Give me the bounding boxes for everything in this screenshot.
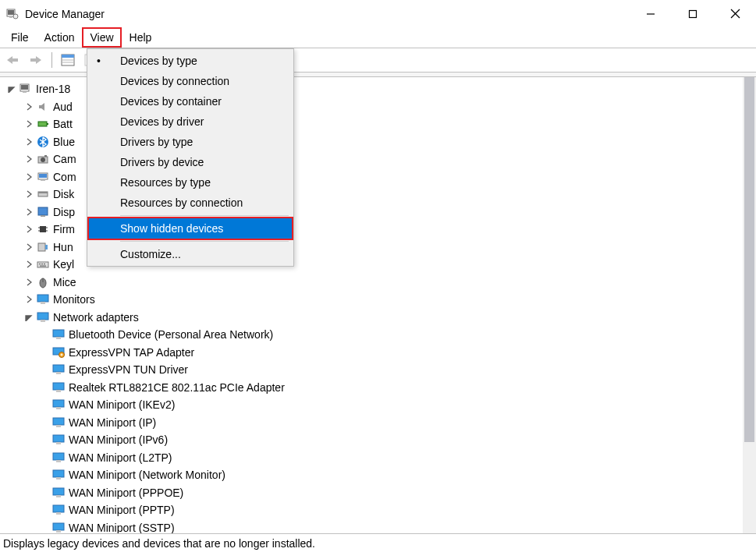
tree-leaf[interactable]: WAN Miniport (Network Monitor) bbox=[0, 466, 743, 484]
network-adapter-icon bbox=[51, 346, 66, 359]
menu-item-resources-by-connection[interactable]: Resources by connection bbox=[89, 193, 292, 213]
back-button[interactable] bbox=[3, 51, 22, 69]
window-controls bbox=[630, 0, 756, 27]
maximize-button[interactable] bbox=[672, 0, 714, 27]
menu-item-label: Devices by connection bbox=[119, 75, 292, 87]
svg-rect-56 bbox=[53, 365, 64, 372]
tree-node-label: Com bbox=[53, 168, 76, 186]
svg-rect-82 bbox=[56, 512, 61, 515]
tree-leaf[interactable]: WAN Miniport (SSTP) bbox=[0, 519, 743, 534]
menu-action[interactable]: Action bbox=[37, 27, 83, 48]
menu-item-resources-by-type[interactable]: Resources by type bbox=[89, 172, 292, 193]
menu-item-label: Drivers by device bbox=[119, 156, 292, 168]
expand-icon[interactable] bbox=[23, 277, 34, 288]
tree-leaf[interactable]: Realtek RTL8821CE 802.11ac PCIe Adapter bbox=[0, 379, 743, 397]
menu-item-show-hidden-devices[interactable]: Show hidden devices bbox=[89, 218, 292, 239]
svg-rect-2 bbox=[9, 16, 12, 18]
expand-icon[interactable] bbox=[23, 119, 34, 129]
tree-leaf[interactable]: ExpressVPN TAP Adapter bbox=[0, 344, 743, 362]
menu-view[interactable]: View bbox=[82, 27, 121, 48]
svg-rect-68 bbox=[53, 435, 64, 442]
tree-node-label: Aud bbox=[53, 98, 73, 115]
menu-item-label: Resources by type bbox=[119, 176, 292, 189]
svg-rect-36 bbox=[38, 243, 45, 251]
tree-node-label: WAN Miniport (PPPOE) bbox=[69, 484, 183, 501]
tree-leaf[interactable]: WAN Miniport (IPv6) bbox=[0, 431, 743, 449]
network-adapter-icon bbox=[51, 328, 66, 341]
network-adapter-icon bbox=[51, 451, 66, 464]
network-adapter-icon bbox=[51, 469, 66, 481]
tree-category[interactable]: Monitors bbox=[0, 291, 743, 309]
close-button[interactable] bbox=[714, 0, 756, 27]
svg-rect-28 bbox=[38, 192, 48, 193]
tree-node-label: Disp bbox=[53, 203, 75, 221]
expand-icon[interactable] bbox=[23, 136, 34, 147]
battery-icon bbox=[36, 118, 50, 130]
menu-item-drivers-by-device[interactable]: Drivers by device bbox=[89, 152, 292, 172]
tree-category[interactable]: Mice bbox=[0, 274, 743, 292]
svg-rect-38 bbox=[37, 262, 48, 267]
expand-icon[interactable] bbox=[23, 154, 34, 165]
tree-node-label: Disk bbox=[53, 186, 74, 203]
tree-leaf[interactable]: WAN Miniport (IP) bbox=[0, 414, 743, 432]
menu-separator bbox=[120, 241, 289, 242]
network-adapter-icon bbox=[51, 381, 66, 394]
scrollbar-thumb[interactable] bbox=[744, 77, 754, 442]
tree-node-label: Network adapters bbox=[53, 309, 139, 326]
status-bar: Displays legacy devices and devices that… bbox=[0, 533, 756, 552]
tree-node-label: ExpressVPN TUN Driver bbox=[69, 361, 188, 378]
svg-rect-23 bbox=[44, 155, 47, 157]
svg-rect-45 bbox=[37, 295, 48, 302]
tree-node-label: WAN Miniport (SSTP) bbox=[69, 519, 175, 533]
svg-rect-79 bbox=[56, 495, 61, 497]
svg-rect-70 bbox=[56, 442, 61, 444]
tree-leaf[interactable]: ExpressVPN TUN Driver bbox=[0, 361, 743, 379]
collapse-icon[interactable] bbox=[23, 312, 34, 323]
menu-item-customize[interactable]: Customize... bbox=[89, 244, 292, 264]
network-adapter-icon bbox=[51, 363, 66, 376]
minimize-button[interactable] bbox=[630, 0, 672, 27]
expand-icon[interactable] bbox=[23, 101, 34, 112]
menu-item-devices-by-connection[interactable]: Devices by connection bbox=[89, 71, 292, 91]
expand-icon[interactable] bbox=[23, 172, 34, 182]
expand-icon[interactable] bbox=[23, 207, 34, 218]
svg-rect-77 bbox=[53, 488, 64, 495]
svg-rect-31 bbox=[40, 226, 46, 232]
forward-button[interactable] bbox=[27, 51, 45, 69]
svg-rect-11 bbox=[62, 55, 74, 58]
svg-rect-61 bbox=[56, 390, 61, 392]
tree-leaf[interactable]: WAN Miniport (PPTP) bbox=[0, 501, 743, 519]
vertical-scrollbar[interactable] bbox=[743, 77, 756, 533]
chip-icon bbox=[36, 223, 50, 235]
menu-item-drivers-by-type[interactable]: Drivers by type bbox=[89, 132, 292, 152]
menu-item-label: Devices by container bbox=[119, 95, 292, 108]
app-icon bbox=[6, 8, 19, 20]
menu-help[interactable]: Help bbox=[122, 27, 160, 48]
tree-leaf[interactable]: WAN Miniport (PPPOE) bbox=[0, 484, 743, 502]
properties-button[interactable] bbox=[59, 51, 77, 69]
expand-icon[interactable] bbox=[23, 259, 34, 270]
monitor-icon bbox=[36, 293, 50, 306]
expand-icon[interactable] bbox=[23, 242, 34, 253]
expand-icon[interactable] bbox=[23, 224, 34, 235]
svg-point-3 bbox=[13, 14, 18, 19]
menu-file[interactable]: File bbox=[3, 27, 37, 48]
tree-node-label: ExpressVPN TAP Adapter bbox=[69, 344, 194, 361]
expand-icon[interactable] bbox=[23, 189, 34, 200]
tree-category-network[interactable]: Network adapters bbox=[0, 309, 743, 327]
tree-node-label: Monitors bbox=[53, 291, 95, 308]
status-text: Displays legacy devices and devices that… bbox=[3, 537, 315, 550]
toolbar-separator bbox=[51, 52, 52, 68]
expand-icon[interactable] bbox=[23, 294, 34, 305]
menu-item-devices-by-type[interactable]: • Devices by type bbox=[89, 51, 292, 71]
menu-item-devices-by-container[interactable]: Devices by container bbox=[89, 91, 292, 111]
menu-item-devices-by-driver[interactable]: Devices by driver bbox=[89, 111, 292, 132]
svg-rect-73 bbox=[56, 460, 61, 462]
tree-node-label: WAN Miniport (IPv6) bbox=[69, 431, 168, 448]
expand-icon[interactable] bbox=[6, 83, 17, 94]
tree-leaf[interactable]: WAN Miniport (IKEv2) bbox=[0, 396, 743, 414]
tree-leaf[interactable]: Bluetooth Device (Personal Area Network) bbox=[0, 326, 743, 344]
tree-node-label: Cam bbox=[53, 150, 76, 168]
tree-leaf[interactable]: WAN Miniport (L2TP) bbox=[0, 449, 743, 467]
svg-rect-76 bbox=[56, 477, 61, 479]
